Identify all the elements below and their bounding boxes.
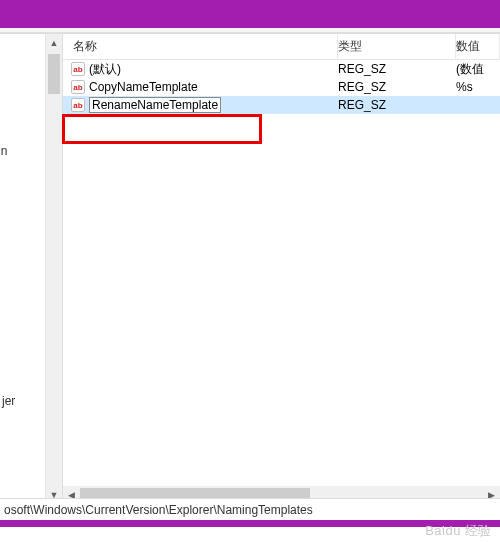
table-row[interactable]: ab CopyNameTemplate REG_SZ %s: [63, 78, 500, 96]
status-path: osoft\Windows\CurrentVersion\Explorer\Na…: [4, 503, 313, 517]
tree-item[interactable]: jer: [2, 394, 15, 408]
table-row[interactable]: ab (默认) REG_SZ (数值: [63, 60, 500, 78]
value-type: REG_SZ: [338, 62, 456, 76]
value-data: %s: [456, 80, 500, 94]
window-titlebar[interactable]: [0, 0, 500, 28]
string-value-icon: ab: [71, 80, 85, 94]
main-area: gAgain jer ▲ ▼ 名称 类型 数值 ab (默认) REG_SZ (…: [0, 33, 500, 503]
list-pane: 名称 类型 数值 ab (默认) REG_SZ (数值 ab CopyNameT…: [63, 34, 500, 503]
scroll-up-icon[interactable]: ▲: [46, 34, 62, 51]
list-header[interactable]: 名称 类型 数值: [63, 34, 500, 60]
column-header-type[interactable]: 类型: [338, 34, 456, 59]
tree-pane[interactable]: gAgain jer ▲ ▼: [0, 34, 63, 503]
watermark: Baidu 经验: [425, 522, 492, 540]
table-row[interactable]: ab RenameNameTemplate REG_SZ: [63, 96, 500, 114]
rename-input[interactable]: RenameNameTemplate: [89, 97, 221, 113]
value-data: (数值: [456, 61, 500, 78]
column-header-data[interactable]: 数值: [456, 34, 500, 59]
string-value-icon: ab: [71, 98, 85, 112]
string-value-icon: ab: [71, 62, 85, 76]
value-type: REG_SZ: [338, 80, 456, 94]
scroll-thumb[interactable]: [48, 54, 60, 94]
tree-item[interactable]: gAgain: [0, 144, 7, 158]
value-name: (默认): [89, 61, 121, 78]
value-type: REG_SZ: [338, 98, 456, 112]
column-header-name[interactable]: 名称: [63, 34, 338, 59]
tree-scrollbar[interactable]: ▲ ▼: [45, 34, 62, 503]
value-name: CopyNameTemplate: [89, 80, 198, 94]
list-body[interactable]: ab (默认) REG_SZ (数值 ab CopyNameTemplate R…: [63, 60, 500, 503]
status-bar: osoft\Windows\CurrentVersion\Explorer\Na…: [0, 498, 500, 520]
